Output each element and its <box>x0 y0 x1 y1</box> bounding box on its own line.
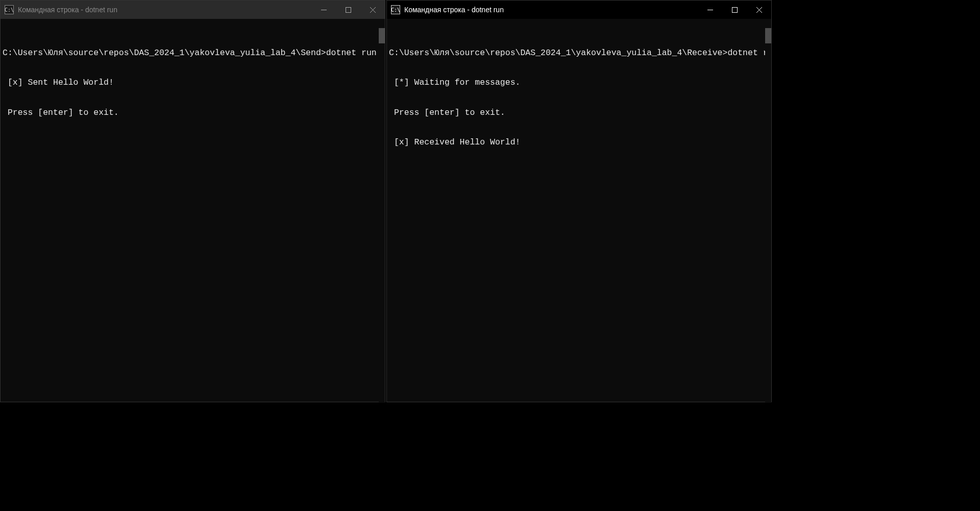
close-button[interactable] <box>747 1 771 19</box>
scrollbar-thumb[interactable] <box>379 28 385 43</box>
maximize-icon <box>732 7 738 13</box>
terminal-window-left: C:\ Командная строка - dotnet run C:\Use… <box>0 0 385 402</box>
terminal-line: [x] Sent Hello World! <box>3 78 385 87</box>
terminal-line: C:\Users\Юля\source\repos\DAS_2024_1\yak… <box>3 48 385 58</box>
close-icon <box>370 7 376 13</box>
terminal-line: C:\Users\Юля\source\repos\DAS_2024_1\yak… <box>389 48 771 58</box>
terminal-line: [*] Waiting for messages. <box>389 78 771 87</box>
minimize-button[interactable] <box>698 1 722 19</box>
terminal-output[interactable]: C:\Users\Юля\source\repos\DAS_2024_1\yak… <box>1 19 385 402</box>
terminal-line: Press [enter] to exit. <box>3 108 385 117</box>
window-title: Командная строка - dotnet run <box>18 6 311 14</box>
terminal-output[interactable]: C:\Users\Юля\source\repos\DAS_2024_1\yak… <box>387 19 771 402</box>
window-controls <box>698 1 771 19</box>
titlebar[interactable]: C:\ Командная строка - dotnet run <box>387 1 771 19</box>
scrollbar[interactable] <box>765 19 771 403</box>
maximize-button[interactable] <box>722 1 747 19</box>
scrollbar-thumb[interactable] <box>765 28 771 43</box>
close-icon <box>756 7 762 13</box>
terminal-line: Press [enter] to exit. <box>389 108 771 117</box>
maximize-icon <box>346 7 351 13</box>
svg-rect-1 <box>346 7 351 12</box>
minimize-button[interactable] <box>311 1 336 19</box>
close-button[interactable] <box>360 1 385 19</box>
terminal-window-right: C:\ Командная строка - dotnet run C:\Use… <box>386 0 772 402</box>
cmd-icon: C:\ <box>5 5 14 14</box>
titlebar[interactable]: C:\ Командная строка - dotnet run <box>1 1 385 19</box>
terminal-line: [x] Received Hello World! <box>389 137 771 147</box>
maximize-button[interactable] <box>336 1 360 19</box>
scrollbar[interactable] <box>379 19 385 403</box>
minimize-icon <box>707 7 713 13</box>
window-controls <box>311 1 385 19</box>
window-title: Командная строка - dotnet run <box>404 6 698 14</box>
minimize-icon <box>321 7 327 13</box>
cmd-icon: C:\ <box>391 5 400 14</box>
svg-rect-5 <box>732 7 737 12</box>
